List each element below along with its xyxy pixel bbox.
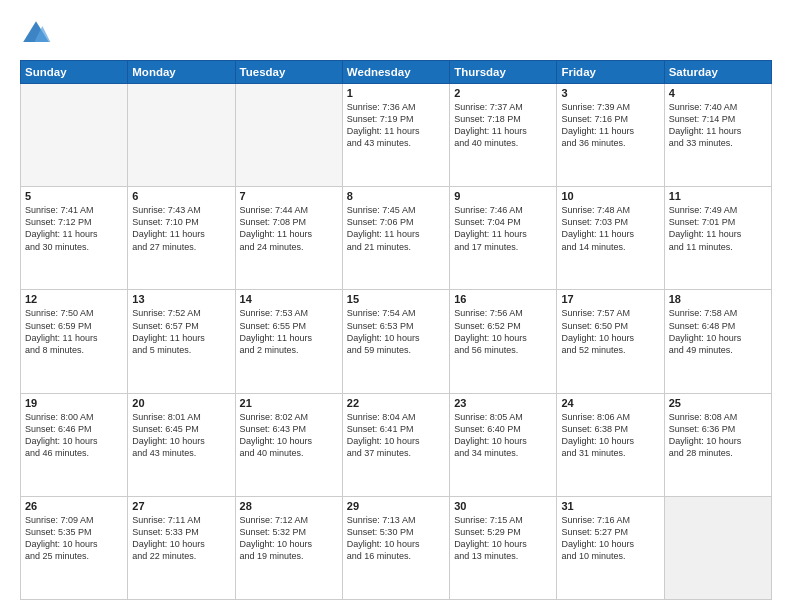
day-number: 18 [669,293,767,305]
table-row: 22Sunrise: 8:04 AM Sunset: 6:41 PM Dayli… [342,393,449,496]
calendar-week-row: 5Sunrise: 7:41 AM Sunset: 7:12 PM Daylig… [21,187,772,290]
day-info: Sunrise: 7:53 AM Sunset: 6:55 PM Dayligh… [240,307,338,356]
day-info: Sunrise: 7:54 AM Sunset: 6:53 PM Dayligh… [347,307,445,356]
table-row: 14Sunrise: 7:53 AM Sunset: 6:55 PM Dayli… [235,290,342,393]
table-row: 9Sunrise: 7:46 AM Sunset: 7:04 PM Daylig… [450,187,557,290]
day-info: Sunrise: 8:00 AM Sunset: 6:46 PM Dayligh… [25,411,123,460]
day-number: 13 [132,293,230,305]
day-info: Sunrise: 7:46 AM Sunset: 7:04 PM Dayligh… [454,204,552,253]
table-row: 12Sunrise: 7:50 AM Sunset: 6:59 PM Dayli… [21,290,128,393]
day-info: Sunrise: 7:57 AM Sunset: 6:50 PM Dayligh… [561,307,659,356]
day-number: 14 [240,293,338,305]
day-number: 23 [454,397,552,409]
day-info: Sunrise: 7:50 AM Sunset: 6:59 PM Dayligh… [25,307,123,356]
day-number: 21 [240,397,338,409]
table-row: 10Sunrise: 7:48 AM Sunset: 7:03 PM Dayli… [557,187,664,290]
day-info: Sunrise: 7:56 AM Sunset: 6:52 PM Dayligh… [454,307,552,356]
day-info: Sunrise: 7:44 AM Sunset: 7:08 PM Dayligh… [240,204,338,253]
day-number: 7 [240,190,338,202]
col-friday: Friday [557,61,664,84]
calendar-week-row: 1Sunrise: 7:36 AM Sunset: 7:19 PM Daylig… [21,84,772,187]
day-number: 12 [25,293,123,305]
day-number: 19 [25,397,123,409]
table-row: 28Sunrise: 7:12 AM Sunset: 5:32 PM Dayli… [235,496,342,599]
day-number: 15 [347,293,445,305]
day-info: Sunrise: 8:05 AM Sunset: 6:40 PM Dayligh… [454,411,552,460]
table-row: 18Sunrise: 7:58 AM Sunset: 6:48 PM Dayli… [664,290,771,393]
col-wednesday: Wednesday [342,61,449,84]
table-row: 25Sunrise: 8:08 AM Sunset: 6:36 PM Dayli… [664,393,771,496]
day-number: 25 [669,397,767,409]
table-row: 4Sunrise: 7:40 AM Sunset: 7:14 PM Daylig… [664,84,771,187]
day-number: 11 [669,190,767,202]
table-row: 15Sunrise: 7:54 AM Sunset: 6:53 PM Dayli… [342,290,449,393]
day-number: 29 [347,500,445,512]
day-number: 5 [25,190,123,202]
day-info: Sunrise: 7:37 AM Sunset: 7:18 PM Dayligh… [454,101,552,150]
day-info: Sunrise: 7:52 AM Sunset: 6:57 PM Dayligh… [132,307,230,356]
table-row: 27Sunrise: 7:11 AM Sunset: 5:33 PM Dayli… [128,496,235,599]
day-info: Sunrise: 7:13 AM Sunset: 5:30 PM Dayligh… [347,514,445,563]
table-row: 6Sunrise: 7:43 AM Sunset: 7:10 PM Daylig… [128,187,235,290]
day-number: 17 [561,293,659,305]
day-info: Sunrise: 7:49 AM Sunset: 7:01 PM Dayligh… [669,204,767,253]
table-row: 7Sunrise: 7:44 AM Sunset: 7:08 PM Daylig… [235,187,342,290]
col-sunday: Sunday [21,61,128,84]
day-info: Sunrise: 8:02 AM Sunset: 6:43 PM Dayligh… [240,411,338,460]
table-row: 20Sunrise: 8:01 AM Sunset: 6:45 PM Dayli… [128,393,235,496]
calendar-header-row: Sunday Monday Tuesday Wednesday Thursday… [21,61,772,84]
day-info: Sunrise: 7:09 AM Sunset: 5:35 PM Dayligh… [25,514,123,563]
day-info: Sunrise: 7:12 AM Sunset: 5:32 PM Dayligh… [240,514,338,563]
table-row: 17Sunrise: 7:57 AM Sunset: 6:50 PM Dayli… [557,290,664,393]
day-number: 9 [454,190,552,202]
day-number: 1 [347,87,445,99]
table-row: 19Sunrise: 8:00 AM Sunset: 6:46 PM Dayli… [21,393,128,496]
day-info: Sunrise: 8:06 AM Sunset: 6:38 PM Dayligh… [561,411,659,460]
day-info: Sunrise: 7:58 AM Sunset: 6:48 PM Dayligh… [669,307,767,356]
day-info: Sunrise: 7:15 AM Sunset: 5:29 PM Dayligh… [454,514,552,563]
day-info: Sunrise: 7:48 AM Sunset: 7:03 PM Dayligh… [561,204,659,253]
day-number: 6 [132,190,230,202]
day-info: Sunrise: 8:01 AM Sunset: 6:45 PM Dayligh… [132,411,230,460]
table-row: 16Sunrise: 7:56 AM Sunset: 6:52 PM Dayli… [450,290,557,393]
day-number: 10 [561,190,659,202]
calendar-week-row: 12Sunrise: 7:50 AM Sunset: 6:59 PM Dayli… [21,290,772,393]
table-row: 8Sunrise: 7:45 AM Sunset: 7:06 PM Daylig… [342,187,449,290]
logo [20,18,58,50]
day-info: Sunrise: 7:45 AM Sunset: 7:06 PM Dayligh… [347,204,445,253]
table-row: 21Sunrise: 8:02 AM Sunset: 6:43 PM Dayli… [235,393,342,496]
table-row: 1Sunrise: 7:36 AM Sunset: 7:19 PM Daylig… [342,84,449,187]
day-number: 30 [454,500,552,512]
col-saturday: Saturday [664,61,771,84]
day-number: 24 [561,397,659,409]
day-info: Sunrise: 7:40 AM Sunset: 7:14 PM Dayligh… [669,101,767,150]
table-row [128,84,235,187]
table-row: 24Sunrise: 8:06 AM Sunset: 6:38 PM Dayli… [557,393,664,496]
day-info: Sunrise: 7:41 AM Sunset: 7:12 PM Dayligh… [25,204,123,253]
day-info: Sunrise: 7:43 AM Sunset: 7:10 PM Dayligh… [132,204,230,253]
day-number: 20 [132,397,230,409]
day-info: Sunrise: 7:36 AM Sunset: 7:19 PM Dayligh… [347,101,445,150]
day-info: Sunrise: 7:16 AM Sunset: 5:27 PM Dayligh… [561,514,659,563]
table-row: 11Sunrise: 7:49 AM Sunset: 7:01 PM Dayli… [664,187,771,290]
day-number: 8 [347,190,445,202]
page: Sunday Monday Tuesday Wednesday Thursday… [0,0,792,612]
day-number: 28 [240,500,338,512]
header [20,18,772,50]
table-row: 2Sunrise: 7:37 AM Sunset: 7:18 PM Daylig… [450,84,557,187]
table-row: 3Sunrise: 7:39 AM Sunset: 7:16 PM Daylig… [557,84,664,187]
table-row: 26Sunrise: 7:09 AM Sunset: 5:35 PM Dayli… [21,496,128,599]
table-row: 30Sunrise: 7:15 AM Sunset: 5:29 PM Dayli… [450,496,557,599]
calendar-week-row: 26Sunrise: 7:09 AM Sunset: 5:35 PM Dayli… [21,496,772,599]
table-row: 5Sunrise: 7:41 AM Sunset: 7:12 PM Daylig… [21,187,128,290]
table-row: 13Sunrise: 7:52 AM Sunset: 6:57 PM Dayli… [128,290,235,393]
col-monday: Monday [128,61,235,84]
day-info: Sunrise: 7:39 AM Sunset: 7:16 PM Dayligh… [561,101,659,150]
table-row [21,84,128,187]
calendar-week-row: 19Sunrise: 8:00 AM Sunset: 6:46 PM Dayli… [21,393,772,496]
day-info: Sunrise: 7:11 AM Sunset: 5:33 PM Dayligh… [132,514,230,563]
table-row [664,496,771,599]
calendar-table: Sunday Monday Tuesday Wednesday Thursday… [20,60,772,600]
table-row: 31Sunrise: 7:16 AM Sunset: 5:27 PM Dayli… [557,496,664,599]
table-row: 23Sunrise: 8:05 AM Sunset: 6:40 PM Dayli… [450,393,557,496]
